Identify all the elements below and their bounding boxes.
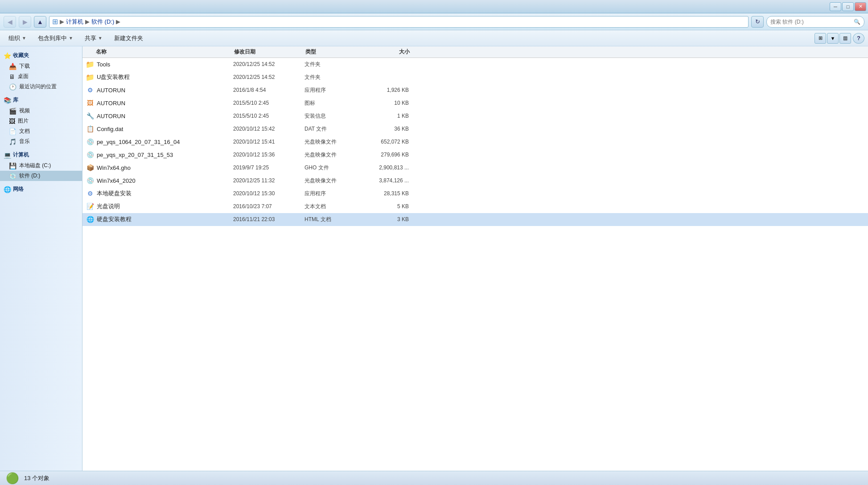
table-row[interactable]: 📋 Config.dat 2020/10/12 15:42 DAT 文件 36 … xyxy=(82,123,868,136)
share-button[interactable]: 共享 ▼ xyxy=(80,32,107,45)
file-rows-container: 📁 Tools 2020/12/25 14:52 文件夹 📁 U盘安装教程 20… xyxy=(82,58,868,226)
file-date-7: 2020/10/12 15:41 xyxy=(233,139,304,145)
breadcrumb-sep-1: ▶ xyxy=(60,18,64,25)
sidebar-header-favorites[interactable]: ⭐ 收藏夹 xyxy=(0,50,82,61)
file-icon-1: 📁 xyxy=(85,59,95,69)
sidebar-item-documents[interactable]: 📄 文档 xyxy=(0,126,82,136)
file-type-icon: 📋 xyxy=(86,125,94,132)
search-input[interactable] xyxy=(770,19,852,25)
file-icon-8: 💿 xyxy=(85,150,95,160)
sidebar-item-drive-c[interactable]: 💾 本地磁盘 (C:) xyxy=(0,160,82,171)
table-row[interactable]: ⚙ 本地硬盘安装 2020/10/12 15:30 应用程序 28,315 KB xyxy=(82,187,868,200)
new-folder-button[interactable]: 新建文件夹 xyxy=(109,32,148,45)
desktop-label: 桌面 xyxy=(18,73,29,80)
view-change-button[interactable]: ⊞ xyxy=(815,33,826,44)
table-row[interactable]: 🔧 AUTORUN 2015/5/10 2:45 安装信息 1 KB xyxy=(82,110,868,123)
main-layout: ⭐ 收藏夹 📥 下载 🖥 桌面 🕐 最近访问的位置 📚 库 xyxy=(0,46,868,471)
library-label: 库 xyxy=(13,96,18,104)
up-button[interactable]: ▲ xyxy=(34,16,46,28)
breadcrumb-drive-d[interactable]: 软件 (D:) xyxy=(91,18,114,26)
file-name-2: U盘安装教程 xyxy=(95,73,233,81)
table-row[interactable]: ⚙ AUTORUN 2016/1/8 4:54 应用程序 1,926 KB xyxy=(82,84,868,97)
view-dropdown-button[interactable]: ▼ xyxy=(827,33,839,44)
status-bar: 🟢 13 个对象 xyxy=(0,471,868,485)
drive-d-label: 软件 (D:) xyxy=(19,172,40,180)
preview-pane-button[interactable]: ▥ xyxy=(839,33,851,44)
sidebar-header-library[interactable]: 📚 库 xyxy=(0,95,82,106)
organize-button[interactable]: 组织 ▼ xyxy=(4,32,31,45)
file-type-2: 文件夹 xyxy=(304,74,362,81)
sidebar-header-computer[interactable]: 💻 计算机 xyxy=(0,149,82,160)
file-icon-11: ⚙ xyxy=(85,189,95,198)
file-type-icon: 💿 xyxy=(86,151,94,158)
music-label: 音乐 xyxy=(19,138,30,145)
file-type-1: 文件夹 xyxy=(304,61,362,68)
sidebar-item-music[interactable]: 🎵 音乐 xyxy=(0,136,82,147)
col-header-date[interactable]: 修改日期 xyxy=(234,48,305,56)
downloads-label: 下载 xyxy=(19,62,30,70)
file-type-icon: 🔧 xyxy=(86,112,94,119)
sidebar-item-desktop[interactable]: 🖥 桌面 xyxy=(0,71,82,82)
file-name-12: 光盘说明 xyxy=(95,202,233,210)
table-row[interactable]: 💿 pe_yqs_xp_20_07_31_15_53 2020/10/12 15… xyxy=(82,148,868,161)
sidebar: ⭐ 收藏夹 📥 下载 🖥 桌面 🕐 最近访问的位置 📚 库 xyxy=(0,46,82,471)
file-name-6: Config.dat xyxy=(95,126,233,132)
organize-arrow: ▼ xyxy=(22,36,26,41)
table-row[interactable]: 💿 Win7x64_2020 2020/12/25 11:32 光盘映像文件 3… xyxy=(82,174,868,187)
file-type-4: 图标 xyxy=(304,99,362,107)
include-library-button[interactable]: 包含到库中 ▼ xyxy=(33,32,78,45)
col-header-type[interactable]: 类型 xyxy=(305,48,363,56)
breadcrumb-sep-3: ▶ xyxy=(116,18,120,25)
file-type-icon: 📝 xyxy=(86,203,94,210)
drive-c-label: 本地磁盘 (C:) xyxy=(19,162,51,169)
table-row[interactable]: 📁 U盘安装教程 2020/12/25 14:52 文件夹 xyxy=(82,71,868,84)
desktop-icon: 🖥 xyxy=(9,73,15,80)
file-size-10: 3,874,126 ... xyxy=(362,177,416,184)
sidebar-item-drive-d[interactable]: 💿 软件 (D:) xyxy=(0,171,82,181)
table-row[interactable]: 🖼 AUTORUN 2015/5/10 2:45 图标 10 KB xyxy=(82,97,868,110)
pictures-icon: 🖼 xyxy=(9,118,15,125)
breadcrumb-computer[interactable]: 计算机 xyxy=(66,18,83,26)
table-row[interactable]: 🌐 硬盘安装教程 2016/11/21 22:03 HTML 文档 3 KB xyxy=(82,213,868,226)
col-header-name[interactable]: 名称 xyxy=(82,48,234,56)
file-date-11: 2020/10/12 15:30 xyxy=(233,190,304,197)
help-button[interactable]: ? xyxy=(853,33,864,44)
col-header-size[interactable]: 大小 xyxy=(363,48,417,56)
table-row[interactable]: 📦 Win7x64.gho 2019/9/7 19:25 GHO 文件 2,90… xyxy=(82,161,868,174)
favorites-label: 收藏夹 xyxy=(13,52,29,59)
table-row[interactable]: 💿 pe_yqs_1064_20_07_31_16_04 2020/10/12 … xyxy=(82,136,868,148)
sidebar-item-pictures[interactable]: 🖼 图片 xyxy=(0,116,82,126)
close-button[interactable]: ✕ xyxy=(855,2,866,11)
maximize-button[interactable]: □ xyxy=(842,2,854,11)
recent-icon: 🕐 xyxy=(9,83,16,90)
search-icon[interactable]: 🔍 xyxy=(854,19,860,25)
minimize-button[interactable]: ─ xyxy=(830,2,841,11)
sidebar-item-recent[interactable]: 🕐 最近访问的位置 xyxy=(0,82,82,92)
table-row[interactable]: 📝 光盘说明 2016/10/23 7:07 文本文档 5 KB xyxy=(82,200,868,213)
file-list-header: 名称 修改日期 类型 大小 xyxy=(82,46,868,58)
include-library-arrow: ▼ xyxy=(69,36,73,41)
file-icon-7: 💿 xyxy=(85,137,95,147)
drive-d-icon: 💿 xyxy=(9,173,16,180)
title-bar: ─ □ ✕ xyxy=(0,0,868,13)
file-type-12: 文本文档 xyxy=(304,203,362,210)
file-type-icon: ⚙ xyxy=(87,190,93,197)
share-label: 共享 xyxy=(85,34,96,42)
recent-label: 最近访问的位置 xyxy=(19,83,57,90)
file-date-4: 2015/5/10 2:45 xyxy=(233,100,304,106)
sidebar-header-network[interactable]: 🌐 网络 xyxy=(0,184,82,195)
file-name-4: AUTORUN xyxy=(95,100,233,107)
file-name-10: Win7x64_2020 xyxy=(95,177,233,184)
sidebar-item-video[interactable]: 🎬 视频 xyxy=(0,106,82,116)
file-type-icon: 📁 xyxy=(86,60,95,69)
file-type-6: DAT 文件 xyxy=(304,125,362,133)
refresh-button[interactable]: ↻ xyxy=(751,16,764,28)
back-button[interactable]: ◀ xyxy=(4,16,16,28)
file-name-1: Tools xyxy=(95,61,233,68)
share-arrow: ▼ xyxy=(98,36,103,41)
forward-button[interactable]: ▶ xyxy=(19,16,31,28)
sidebar-item-downloads[interactable]: 📥 下载 xyxy=(0,61,82,71)
file-type-7: 光盘映像文件 xyxy=(304,138,362,146)
table-row[interactable]: 📁 Tools 2020/12/25 14:52 文件夹 xyxy=(82,58,868,71)
documents-label: 文档 xyxy=(19,127,30,135)
